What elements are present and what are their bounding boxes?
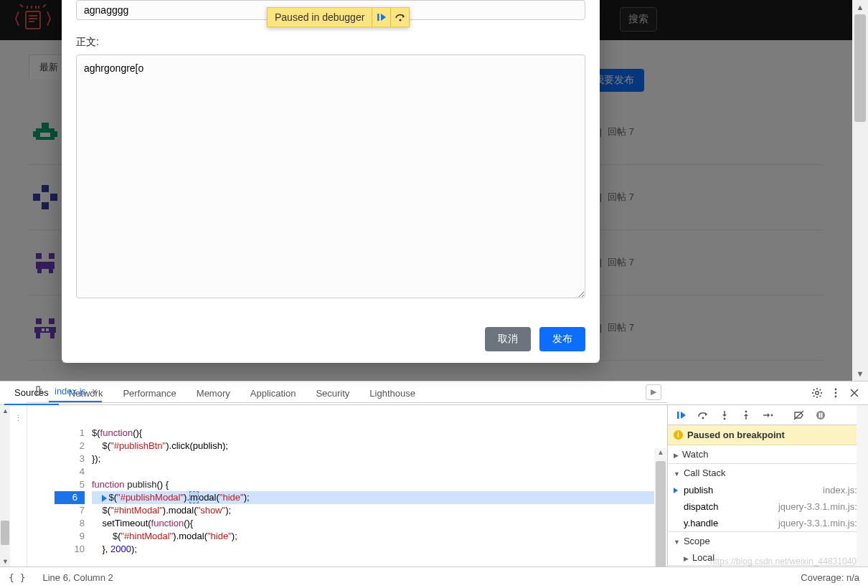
show-navigator-icon[interactable] [33, 386, 49, 398]
cursor-position: Line 6, Column 2 [42, 572, 113, 583]
left-mini-scrollbar[interactable]: ▲ ▼ [0, 406, 10, 566]
svg-point-34 [771, 414, 773, 416]
svg-point-33 [745, 410, 747, 412]
file-tab-index-js[interactable]: index.js × [49, 381, 102, 402]
status-bar: { } Line 6, Column 2 Coverage: n/a [0, 566, 868, 588]
paused-banner: i Paused on breakpoint [668, 425, 868, 445]
svg-point-26 [835, 389, 837, 391]
coverage-status: Coverage: n/a [801, 572, 859, 583]
scroll-up-icon[interactable]: ▲ [852, 0, 868, 14]
info-icon: i [674, 430, 683, 440]
scroll-down-icon[interactable]: ▼ [2, 558, 9, 565]
code-scrollbar[interactable]: ▲ ▼ [654, 448, 667, 566]
resume-button[interactable] [372, 8, 390, 27]
publish-modal: 正文: aghrgongre[o 取消 发布 [62, 0, 600, 363]
nav-strip: ⋮ [10, 405, 27, 566]
step-over-button[interactable] [390, 8, 409, 27]
scrollbar-thumb[interactable] [854, 14, 866, 122]
scope-section[interactable]: Scope [668, 532, 868, 550]
step-out-icon[interactable] [737, 407, 755, 423]
run-snippet-icon[interactable]: ▶ [646, 384, 661, 400]
debugger-paused-overlay: Paused in debugger [267, 7, 410, 27]
scope-local[interactable]: Local [668, 550, 868, 565]
svg-rect-36 [819, 412, 821, 417]
svg-point-27 [835, 392, 837, 394]
body-textarea[interactable]: aghrgongre[o [76, 54, 585, 298]
execution-pointer-icon [102, 495, 107, 502]
code-lines: $(function(){ $("#publishBtn").click(pub… [92, 427, 667, 556]
sidebar-scrollbar[interactable] [857, 405, 868, 566]
svg-point-31 [702, 417, 704, 419]
body-label: 正文: [76, 36, 585, 49]
step-over-icon[interactable] [694, 407, 712, 423]
watch-section[interactable]: Watch [668, 445, 868, 463]
submit-button[interactable]: 发布 [539, 327, 585, 351]
debugger-sidebar: i Paused on breakpoint Watch Call Stack … [667, 405, 868, 566]
svg-rect-23 [377, 14, 379, 21]
svg-point-24 [399, 19, 401, 22]
step-into-icon[interactable] [715, 407, 734, 423]
scroll-up-icon[interactable]: ▲ [2, 407, 9, 414]
step-icon[interactable] [758, 407, 777, 423]
more-icon[interactable]: ⋮ [11, 411, 25, 426]
paused-text: Paused in debugger [268, 8, 372, 27]
scrollbar-thumb[interactable] [1, 521, 9, 545]
stack-frame[interactable]: publishindex.js:6 [668, 482, 868, 498]
resume-icon[interactable] [672, 407, 691, 423]
stack-frame[interactable]: y.handlejquery-3.3.1.min.js:2 [668, 515, 868, 531]
svg-point-32 [724, 417, 726, 419]
close-icon[interactable] [845, 384, 864, 402]
debug-toolbar [668, 405, 868, 425]
deactivate-breakpoints-icon[interactable] [790, 407, 808, 423]
svg-rect-30 [677, 412, 679, 419]
cancel-button[interactable]: 取消 [485, 327, 531, 351]
gear-icon[interactable] [808, 384, 826, 402]
code-editor[interactable]: 12345 678910 $(function(){ $("#publishBt… [55, 427, 667, 566]
close-icon[interactable]: × [92, 386, 98, 397]
file-tabs: index.js × ▶ [27, 381, 667, 403]
svg-point-35 [816, 411, 825, 419]
stack-frame[interactable]: dispatchjquery-3.3.1.min.js:2 [668, 498, 868, 515]
svg-rect-37 [821, 412, 823, 417]
devtools-panel: Sources Network Performance Memory Appli… [0, 381, 868, 588]
scroll-down-icon[interactable]: ▼ [852, 366, 868, 381]
svg-point-25 [816, 392, 819, 395]
pretty-print-icon[interactable]: { } [9, 572, 25, 583]
callstack-section[interactable]: Call Stack [668, 464, 868, 482]
pause-on-exceptions-icon[interactable] [811, 407, 830, 423]
svg-point-28 [835, 396, 837, 398]
outer-scrollbar[interactable]: ▲ ▼ [852, 0, 868, 381]
line-gutter[interactable]: 12345 678910 [55, 427, 92, 566]
scroll-up-icon[interactable]: ▲ [654, 448, 667, 461]
scrollbar-thumb[interactable] [656, 461, 666, 566]
more-icon[interactable] [826, 384, 845, 402]
